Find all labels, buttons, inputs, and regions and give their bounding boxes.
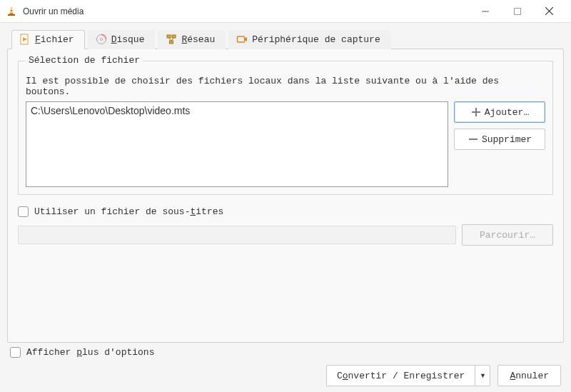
- browse-button-label: Parcourir…: [480, 230, 535, 241]
- remove-button[interactable]: Supprimer: [454, 129, 545, 150]
- convert-combo: Convertir / Enregistrer ▼: [326, 365, 490, 386]
- maximize-button[interactable]: [501, 1, 533, 22]
- more-options-row: Afficher plus d'options: [10, 347, 561, 358]
- chevron-down-icon: ▼: [480, 372, 486, 379]
- plus-icon: [470, 106, 482, 118]
- maximize-icon: [514, 8, 521, 15]
- subtitle-path-input: [18, 226, 456, 244]
- svg-rect-0: [8, 14, 15, 16]
- tab-disc-label: Disque: [111, 34, 145, 45]
- more-options-label: Afficher plus d'options: [26, 347, 154, 358]
- svg-point-10: [100, 39, 102, 41]
- tab-bar: Fichier Disque Réseau Périphérique de ca…: [7, 30, 564, 49]
- content-area: Fichier Disque Réseau Périphérique de ca…: [0, 23, 571, 392]
- remove-button-label: Supprimer: [482, 134, 532, 145]
- svg-rect-20: [469, 139, 477, 140]
- minimize-button[interactable]: [469, 1, 501, 22]
- file-list-item[interactable]: C:\Users\Lenovo\Desktop\video.mts: [31, 105, 443, 116]
- convert-button[interactable]: Convertir / Enregistrer: [326, 365, 475, 386]
- window-title: Ouvrir un média: [23, 6, 469, 16]
- network-icon: [166, 34, 177, 45]
- svg-line-15: [171, 38, 174, 41]
- file-selection-title: Sélection de fichier: [26, 55, 143, 66]
- vlc-cone-icon: [6, 6, 17, 17]
- more-options-checkbox[interactable]: [10, 347, 21, 358]
- close-button[interactable]: [533, 1, 565, 22]
- window-titlebar: Ouvrir un média: [0, 0, 571, 23]
- add-button[interactable]: Ajouter…: [454, 101, 545, 123]
- subtitle-path-row: Parcourir…: [18, 224, 553, 246]
- file-row: C:\Users\Lenovo\Desktop\video.mts Ajoute…: [26, 101, 545, 187]
- tab-network-label: Réseau: [181, 34, 215, 45]
- file-selection-group: Sélection de fichier Il est possible de …: [18, 61, 553, 195]
- cancel-button-label: Annuler: [510, 371, 549, 381]
- browse-button: Parcourir…: [462, 224, 553, 246]
- capture-icon: [236, 34, 248, 45]
- file-side-buttons: Ajouter… Supprimer: [454, 101, 545, 187]
- subtitle-row: Utiliser un fichier de sous-titres: [18, 206, 553, 217]
- tab-network[interactable]: Réseau: [158, 30, 226, 49]
- svg-rect-11: [167, 35, 171, 38]
- disc-icon: [96, 34, 107, 45]
- convert-dropdown-button[interactable]: ▼: [475, 365, 490, 386]
- tab-file[interactable]: Fichier: [11, 30, 85, 49]
- subtitle-checkbox[interactable]: [18, 206, 29, 217]
- tab-disc[interactable]: Disque: [88, 30, 156, 49]
- close-icon: [545, 7, 553, 15]
- svg-rect-16: [238, 36, 245, 42]
- svg-rect-12: [172, 35, 176, 38]
- file-list[interactable]: C:\Users\Lenovo\Desktop\video.mts: [26, 101, 448, 187]
- file-icon: [19, 34, 31, 45]
- convert-button-label: Convertir / Enregistrer: [337, 371, 465, 381]
- svg-rect-2: [9, 11, 13, 13]
- svg-line-14: [169, 38, 172, 41]
- minus-icon: [468, 134, 479, 145]
- action-row: Convertir / Enregistrer ▼ Annuler: [10, 365, 561, 386]
- svg-rect-19: [472, 111, 480, 113]
- cancel-button[interactable]: Annuler: [497, 365, 561, 386]
- tab-file-label: Fichier: [35, 34, 74, 45]
- tab-panel: Sélection de fichier Il est possible de …: [7, 49, 564, 343]
- footer: Afficher plus d'options Convertir / Enre…: [7, 343, 564, 386]
- minimize-icon: [482, 8, 489, 15]
- svg-rect-4: [514, 8, 520, 14]
- subtitle-label: Utiliser un fichier de sous-titres: [34, 206, 223, 217]
- svg-rect-13: [170, 41, 173, 44]
- file-selection-hint: Il est possible de choisir des fichiers …: [26, 74, 545, 101]
- svg-rect-1: [10, 9, 13, 10]
- tab-capture-label: Périphérique de capture: [252, 34, 380, 45]
- add-button-label: Ajouter…: [485, 107, 529, 118]
- tab-capture[interactable]: Périphérique de capture: [228, 30, 390, 49]
